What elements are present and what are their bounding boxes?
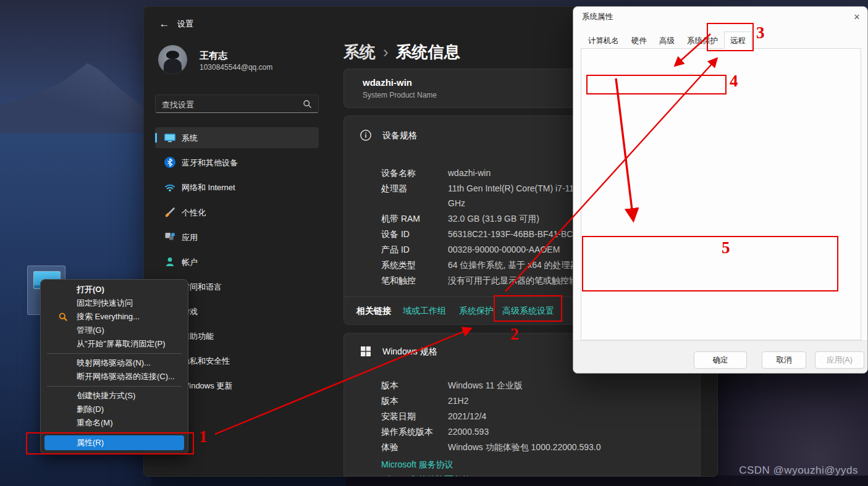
device-name: wdazhi-win bbox=[363, 77, 412, 88]
tab-system-protection[interactable]: 系统保护 bbox=[681, 31, 724, 49]
sidebar-item-label: 蓝牙和其他设备 bbox=[182, 157, 238, 169]
sidebar-item-apps[interactable]: 应用 bbox=[155, 227, 319, 248]
sidebar-item-bluetooth-devices[interactable]: 蓝牙和其他设备 bbox=[155, 152, 319, 173]
windows-spec-title: Windows 规格 bbox=[382, 346, 437, 358]
breadcrumb-parent[interactable]: 系统 bbox=[343, 43, 376, 61]
menu-item-open[interactable]: 打开(O) bbox=[41, 283, 188, 296]
menu-item-rename[interactable]: 重命名(M) bbox=[41, 416, 188, 430]
selected-indicator bbox=[155, 133, 157, 143]
sidebar-item-label: 系统 bbox=[182, 133, 198, 144]
menu-separator bbox=[47, 353, 182, 354]
sidebar-item-label: 隐私和安全性 bbox=[182, 356, 230, 367]
windows-grid-icon bbox=[360, 345, 372, 358]
wallpaper-bottom-strip bbox=[346, 476, 868, 486]
sidebar-item-network-internet[interactable]: 网络和 Internet bbox=[155, 177, 319, 198]
menu-separator bbox=[47, 432, 182, 433]
dialog-tabs: 计算机名 硬件 高级 系统保护 远程 bbox=[582, 31, 752, 49]
sidebar-item-label: 网络和 Internet bbox=[182, 182, 235, 193]
wallpaper-mountain bbox=[0, 48, 151, 141]
menu-item-search-everything[interactable]: 搜索 Everything... bbox=[41, 310, 188, 324]
tab-remote[interactable]: 远程 bbox=[724, 31, 752, 49]
menu-item-map-network-drive[interactable]: 映射网络驱动器(N)... bbox=[41, 356, 188, 370]
menu-item-properties[interactable]: 属性(R) bbox=[44, 435, 184, 450]
system-icon bbox=[164, 132, 176, 144]
menu-item-delete[interactable]: 删除(D) bbox=[41, 403, 188, 416]
device-specs-title: 设备规格 bbox=[382, 130, 417, 141]
menu-item-create-shortcut[interactable]: 创建快捷方式(S) bbox=[41, 389, 188, 403]
menu-item-unpin-from-start[interactable]: 从"开始"屏幕取消固定(P) bbox=[41, 337, 188, 351]
breadcrumb: 系统›系统信息 bbox=[343, 41, 460, 63]
back-button[interactable]: ← bbox=[156, 17, 172, 31]
link-microsoft-software-license[interactable]: Microsoft 软件许可条款 bbox=[381, 474, 471, 477]
search-input[interactable] bbox=[161, 96, 299, 113]
device-model: System Product Name bbox=[363, 91, 437, 99]
page-title: 系统信息 bbox=[396, 43, 460, 61]
spec-row: 版本21H2 bbox=[381, 393, 690, 408]
spec-row: 操作系统版本22000.593 bbox=[381, 424, 690, 439]
tab-hardware[interactable]: 硬件 bbox=[625, 31, 653, 49]
bluetooth-icon bbox=[164, 156, 176, 169]
tab-advanced[interactable]: 高级 bbox=[653, 31, 681, 49]
link-microsoft-services-agreement[interactable]: Microsoft 服务协议 bbox=[381, 459, 453, 471]
desktop: { "desktop": { "watermark": "CSDN @wyouz… bbox=[0, 0, 868, 486]
menu-item-pin-quick-access[interactable]: 固定到快速访问 bbox=[41, 296, 188, 310]
apply-button[interactable]: 应用(A) bbox=[815, 351, 864, 369]
dialog-title: 系统属性 bbox=[582, 12, 613, 22]
tab-computer-name[interactable]: 计算机名 bbox=[582, 31, 625, 49]
link-system-protection[interactable]: 系统保护 bbox=[459, 306, 494, 317]
settings-search-box bbox=[155, 94, 319, 113]
sidebar-item-system[interactable]: 系统 bbox=[155, 127, 319, 148]
menu-item-manage[interactable]: 管理(G) bbox=[41, 324, 188, 337]
search-icon bbox=[58, 312, 68, 322]
user-avatar bbox=[158, 45, 187, 74]
close-icon[interactable]: ✕ bbox=[850, 10, 864, 24]
related-links-title: 相关链接 bbox=[356, 306, 391, 317]
user-name: 王有志 bbox=[200, 50, 227, 62]
info-icon bbox=[360, 129, 372, 141]
windows-spec-table: 版本Windows 11 企业版 版本21H2 安装日期2021/12/4 操作… bbox=[381, 378, 690, 455]
person-icon bbox=[164, 256, 176, 268]
sidebar-item-personalization[interactable]: 个性化 bbox=[155, 202, 319, 223]
settings-window-title: 设置 bbox=[177, 19, 193, 30]
sidebar-item-label: Windows 更新 bbox=[182, 380, 232, 392]
menu-separator bbox=[47, 386, 182, 387]
csdn-watermark: CSDN @wyouzhi@yyds bbox=[739, 464, 858, 477]
sidebar-item-label: 个性化 bbox=[182, 207, 206, 219]
spec-row: 版本Windows 11 企业版 bbox=[381, 378, 690, 393]
user-email: 1030845544@qq.com bbox=[200, 63, 272, 72]
context-menu: 打开(O) 固定到快速访问 搜索 Everything... 管理(G) 从"开… bbox=[40, 279, 188, 455]
spec-row: 体验Windows 功能体验包 1000.22000.593.0 bbox=[381, 440, 690, 455]
link-advanced-system-settings[interactable]: 高级系统设置 bbox=[502, 306, 554, 317]
spec-row: 安装日期2021/12/4 bbox=[381, 409, 690, 424]
sidebar-item-accounts[interactable]: 帐户 bbox=[155, 251, 319, 272]
apps-icon bbox=[164, 231, 176, 243]
ok-button[interactable]: 确定 bbox=[694, 351, 747, 369]
menu-item-disconnect-network-drive[interactable]: 断开网络驱动器的连接(C)... bbox=[41, 370, 188, 383]
link-domain-workgroup[interactable]: 域或工作组 bbox=[403, 306, 446, 317]
brush-icon bbox=[164, 206, 176, 219]
cancel-button[interactable]: 取消 bbox=[762, 351, 806, 369]
chevron-right-icon: › bbox=[383, 43, 389, 61]
remote-tab-page bbox=[581, 48, 861, 340]
sidebar-item-label: 帐户 bbox=[182, 257, 198, 268]
wifi-icon bbox=[164, 181, 176, 193]
system-properties-dialog: 系统属性 ✕ 计算机名 硬件 高级 系统保护 远程 远程协助 ✓ 允许远程协助连… bbox=[573, 6, 868, 374]
sidebar-item-label: 应用 bbox=[182, 232, 198, 243]
search-icon bbox=[302, 99, 313, 112]
